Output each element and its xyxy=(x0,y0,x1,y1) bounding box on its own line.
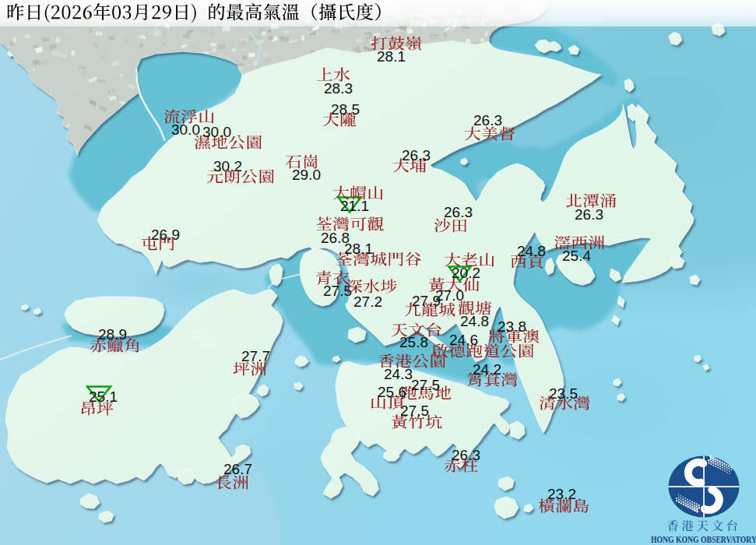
svg-text:27.5: 27.5 xyxy=(323,283,352,299)
svg-text:27.9: 27.9 xyxy=(412,293,441,309)
svg-text:28.3: 28.3 xyxy=(324,80,353,97)
svg-text:25.4: 25.4 xyxy=(562,248,591,264)
svg-text:26.7: 26.7 xyxy=(223,461,252,477)
svg-text:27.7: 27.7 xyxy=(241,348,270,364)
svg-text:23.8: 23.8 xyxy=(498,318,526,335)
svg-text:23.2: 23.2 xyxy=(547,486,576,502)
svg-text:20.2: 20.2 xyxy=(452,265,480,281)
svg-text:26.3: 26.3 xyxy=(575,206,603,223)
svg-text:25.6: 25.6 xyxy=(378,384,406,400)
svg-text:26.9: 26.9 xyxy=(151,227,180,243)
svg-text:26.3: 26.3 xyxy=(473,112,502,128)
svg-text:27.5: 27.5 xyxy=(400,403,429,419)
svg-text:27.5: 27.5 xyxy=(411,377,440,393)
svg-text:24.6: 24.6 xyxy=(449,332,478,348)
svg-text:30.0: 30.0 xyxy=(202,124,231,140)
svg-text:24.3: 24.3 xyxy=(384,366,413,382)
svg-text:HONG KONG OBSERVATORY: HONG KONG OBSERVATORY xyxy=(651,534,756,545)
svg-text:28.9: 28.9 xyxy=(98,326,127,343)
svg-text:26.3: 26.3 xyxy=(402,147,431,164)
svg-text:29.0: 29.0 xyxy=(292,167,321,183)
svg-text:25.8: 25.8 xyxy=(399,334,428,350)
svg-text:28.5: 28.5 xyxy=(331,101,360,118)
svg-text:24.8: 24.8 xyxy=(517,243,546,259)
svg-text:27.2: 27.2 xyxy=(353,294,382,310)
svg-text:28.1: 28.1 xyxy=(377,48,406,65)
svg-text:25.1: 25.1 xyxy=(89,389,118,405)
svg-text:26.3: 26.3 xyxy=(444,204,473,220)
svg-text:26.3: 26.3 xyxy=(452,447,480,463)
svg-text:21.1: 21.1 xyxy=(340,198,369,214)
svg-text:24.8: 24.8 xyxy=(460,313,489,329)
svg-text:28.1: 28.1 xyxy=(344,241,373,257)
svg-text:23.5: 23.5 xyxy=(549,385,578,402)
svg-text:30.2: 30.2 xyxy=(213,158,242,174)
svg-text:24.2: 24.2 xyxy=(473,361,501,378)
